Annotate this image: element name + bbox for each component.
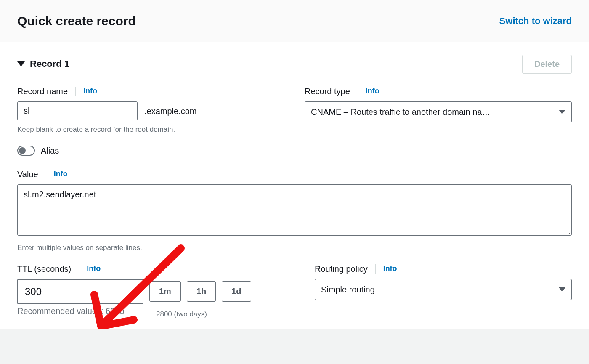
ttl-label: TTL (seconds) bbox=[17, 263, 71, 275]
divider bbox=[358, 87, 358, 96]
value-info-link[interactable]: Info bbox=[54, 169, 68, 179]
record-name-label: Record name bbox=[17, 85, 68, 97]
ttl-preset-1d[interactable]: 1d bbox=[222, 281, 251, 302]
divider bbox=[79, 264, 79, 274]
record-name-input[interactable] bbox=[17, 101, 138, 120]
routing-policy-field: Routing policy Info Simple routing bbox=[315, 263, 572, 300]
value-label: Value bbox=[17, 168, 38, 180]
delete-button[interactable]: Delete bbox=[522, 55, 572, 74]
toggle-knob bbox=[19, 147, 26, 154]
record-name-field: Record name Info .example.com Keep blank… bbox=[17, 85, 284, 135]
routing-policy-label: Routing policy bbox=[315, 263, 368, 275]
value-textarea[interactable] bbox=[17, 184, 572, 236]
ttl-range-help-partial: 2800 (two days) bbox=[156, 309, 294, 319]
panel-header: Quick create record Switch to wizard bbox=[0, 0, 589, 42]
alias-label: Alias bbox=[41, 145, 59, 157]
alias-toggle-row: Alias bbox=[17, 145, 572, 157]
record-header: Record 1 Delete bbox=[17, 55, 572, 74]
record-name-info-link[interactable]: Info bbox=[83, 86, 97, 96]
page-title: Quick create record bbox=[17, 12, 136, 30]
value-field-group: Value Info Enter multiple values on sepa… bbox=[17, 168, 572, 253]
ttl-preset-1m[interactable]: 1m bbox=[149, 281, 181, 302]
domain-suffix: .example.com bbox=[144, 105, 197, 117]
ttl-field-group: TTL (seconds) Info 1m 1h 1d 2800 (two da… bbox=[17, 263, 294, 317]
ttl-preset-1h[interactable]: 1h bbox=[187, 281, 216, 302]
caret-down-icon[interactable] bbox=[17, 61, 25, 66]
ttl-input[interactable] bbox=[17, 279, 143, 304]
record-type-label: Record type bbox=[305, 85, 350, 97]
record-title: Record 1 bbox=[30, 58, 69, 71]
record-type-info-link[interactable]: Info bbox=[366, 86, 379, 96]
divider bbox=[375, 264, 376, 274]
divider bbox=[46, 170, 46, 179]
routing-policy-info-link[interactable]: Info bbox=[383, 263, 397, 274]
record-type-select[interactable]: CNAME – Routes traffic to another domain… bbox=[305, 101, 572, 122]
switch-to-wizard-link[interactable]: Switch to wizard bbox=[499, 15, 572, 28]
alias-toggle[interactable] bbox=[17, 146, 35, 156]
quick-create-record-panel: Quick create record Switch to wizard Rec… bbox=[0, 0, 589, 329]
chevron-down-icon bbox=[559, 110, 565, 114]
divider bbox=[75, 87, 76, 96]
record-name-help: Keep blank to create a record for the ro… bbox=[17, 125, 284, 135]
chevron-down-icon bbox=[559, 287, 565, 292]
record-type-field: Record type Info CNAME – Routes traffic … bbox=[305, 85, 572, 135]
ttl-info-link[interactable]: Info bbox=[87, 263, 101, 274]
routing-policy-selected: Simple routing bbox=[321, 285, 375, 294]
routing-policy-select[interactable]: Simple routing bbox=[315, 279, 572, 300]
value-help: Enter multiple values on separate lines. bbox=[17, 243, 572, 253]
record-type-selected: CNAME – Routes traffic to another domain… bbox=[311, 107, 491, 117]
